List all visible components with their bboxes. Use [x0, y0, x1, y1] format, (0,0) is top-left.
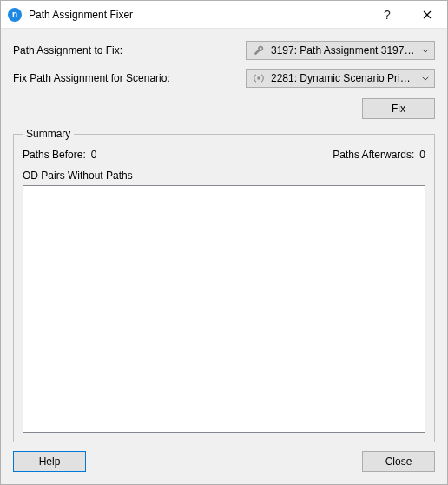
label-scenario: Fix Path Assignment for Scenario: [13, 72, 246, 84]
title-bar: n Path Assignment Fixer ? [1, 1, 447, 29]
row-path-assignment: Path Assignment to Fix: 3197: Path Assig… [13, 41, 435, 60]
paths-afterwards-value: 0 [419, 149, 425, 161]
dropdown-path-assignment[interactable]: 3197: Path Assignment 3197 DUE [246, 41, 435, 60]
help-button[interactable]: Help [13, 451, 86, 472]
help-icon[interactable]: ? [367, 1, 407, 28]
close-icon[interactable] [407, 1, 447, 28]
chevron-down-icon [420, 76, 431, 81]
footer: Help Close [13, 451, 435, 472]
row-scenario: Fix Path Assignment for Scenario: 2281: … [13, 69, 435, 88]
fix-button[interactable]: Fix [362, 98, 435, 119]
close-button[interactable]: Close [362, 451, 435, 472]
title-controls: ? [367, 1, 447, 28]
paths-before: Paths Before: 0 [23, 149, 96, 161]
paths-count-row: Paths Before: 0 Paths Afterwards: 0 [23, 149, 425, 161]
summary-group: Summary Paths Before: 0 Paths Afterwards… [13, 128, 435, 442]
label-path-assignment: Path Assignment to Fix: [13, 44, 246, 56]
od-pairs-block: OD Pairs Without Paths [23, 169, 425, 433]
svg-point-0 [257, 76, 260, 80]
wrench-icon [252, 43, 266, 57]
dialog-content: Path Assignment to Fix: 3197: Path Assig… [1, 29, 447, 484]
app-icon: n [8, 8, 22, 22]
summary-legend: Summary [23, 128, 74, 140]
paths-before-label: Paths Before: [23, 149, 86, 161]
dropdown-path-assignment-text: 3197: Path Assignment 3197 DUE [271, 44, 415, 56]
paths-before-value: 0 [91, 149, 97, 161]
window-title: Path Assignment Fixer [29, 9, 367, 21]
dropdown-scenario[interactable]: 2281: Dynamic Scenario Priority [246, 69, 435, 88]
row-fix-button: Fix [13, 98, 435, 119]
dropdown-scenario-text: 2281: Dynamic Scenario Priority [271, 72, 415, 84]
signal-icon [252, 71, 266, 85]
od-pairs-listbox[interactable] [23, 185, 425, 433]
dialog-window: n Path Assignment Fixer ? Path Assignmen… [0, 0, 448, 485]
paths-afterwards-label: Paths Afterwards: [333, 149, 414, 161]
chevron-down-icon [420, 49, 431, 53]
od-pairs-label: OD Pairs Without Paths [23, 169, 425, 182]
paths-afterwards: Paths Afterwards: 0 [333, 149, 425, 161]
